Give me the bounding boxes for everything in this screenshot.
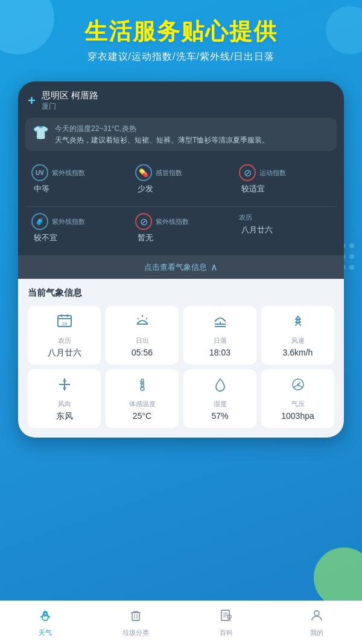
weather-nav-icon [38, 608, 52, 626]
weather-cell-feel-temp: 体感温度 25°C [106, 369, 179, 428]
clothing-suggestion: 👕 今天的温度22~31°C,炎热 天气炎热，建议着短衫、短裙、短裤、薄型T恤衫… [25, 118, 337, 151]
location-bar: + 思明区 柯厝路 厦门 [18, 81, 344, 118]
feel-temp-value: 25°C [133, 411, 151, 421]
pressure-value: 1003hpa [281, 411, 314, 421]
svg-text:18: 18 [62, 321, 67, 327]
nav-item-weather[interactable]: 天气 [0, 601, 91, 644]
uv2-label: 紫外线指数 [156, 217, 189, 226]
cold-label: 感冒指数 [156, 168, 182, 177]
garbage-nav-icon [129, 608, 143, 626]
sport-label: 运动指数 [259, 168, 286, 177]
humidity-value: 57% [211, 411, 228, 421]
humidity-icon [212, 377, 228, 396]
weather-cell-sunset: 日落 18:03 [183, 306, 256, 365]
weather-grid: 18 农历 八月廿六 日出 05:56 [28, 306, 334, 428]
chevron-up-icon: ∧ [211, 261, 218, 273]
uv2-value: 暂无 [135, 232, 153, 243]
weather-cell-humidity: 湿度 57% [183, 369, 256, 428]
lunar-cell-value: 八月廿六 [48, 348, 81, 359]
wind-speed-value: 3.6km/h [283, 348, 313, 357]
wash-label: 紫外线指数 [52, 217, 85, 226]
nav-item-garbage[interactable]: 垃圾分类 [91, 601, 181, 644]
weather-info-section: 当前气象信息 18 农历 八月廿六 [18, 279, 344, 438]
sport-value: 较适宜 [239, 183, 265, 194]
uv-value: 中等 [31, 183, 49, 194]
svg-line-7 [138, 318, 139, 319]
lunar-cell-label: 农历 [58, 336, 71, 345]
svg-line-8 [146, 318, 147, 319]
humidity-label: 湿度 [214, 400, 227, 409]
svg-point-34 [314, 611, 319, 616]
uv2-icon: ⊘ [135, 213, 152, 230]
wind-speed-label: 风速 [291, 336, 305, 345]
index-grid-row2: 🧳 紫外线指数 较不宜 ⊘ 紫外线指数 暂无 农历 八月廿六 [25, 207, 337, 248]
clothing-text: 今天的温度22~31°C,炎热 天气炎热，建议着短衫、短裙、短裤、薄型T恤衫等清… [55, 124, 269, 145]
index-cell-cold[interactable]: 💊 感冒指数 少发 [129, 158, 233, 199]
sunset-label: 日落 [214, 336, 227, 345]
calendar-icon: 18 [57, 313, 72, 333]
phone-card: + 思明区 柯厝路 厦门 👕 今天的温度22~31°C,炎热 天气炎热，建议着短… [18, 81, 344, 438]
index-grid-row1: UV 紫外线指数 中等 💊 感冒指数 少发 ⊘ 运动指数 较适宜 [25, 158, 337, 199]
garbage-nav-label: 垃圾分类 [122, 628, 149, 637]
wind-dir-label: 风向 [58, 400, 71, 409]
sport-icon: ⊘ [239, 164, 256, 181]
city-street: 思明区 柯厝路 [42, 90, 98, 101]
wind-dir-value: 东风 [56, 411, 73, 422]
weather-cell-lunar: 18 农历 八月廿六 [28, 306, 101, 365]
index-cell-uv2[interactable]: ⊘ 紫外线指数 暂无 [129, 207, 233, 248]
weather-cell-pressure: 气压 1003hpa [261, 369, 334, 428]
weather-cell-sunrise: 日出 05:56 [106, 306, 179, 365]
svg-marker-14 [63, 378, 66, 381]
section-title: 当前气象信息 [28, 287, 334, 299]
nav-item-encyclopedia[interactable]: 百科 [181, 601, 272, 644]
sunrise-label: 日出 [136, 336, 149, 345]
pressure-label: 气压 [291, 400, 305, 409]
sub-title: 穿衣建议/运动指数/洗车/紫外线/日出日落 [12, 51, 350, 63]
weather-nav-label: 天气 [39, 628, 52, 637]
wind-speed-icon [290, 313, 306, 333]
clothing-advice: 天气炎热，建议着短衫、短裙、短裤、薄型T恤衫等清凉夏季服装。 [55, 135, 269, 145]
view-more-row[interactable]: 点击查看气象信息 ∧ [18, 255, 344, 279]
location-info: 思明区 柯厝路 厦门 [42, 90, 98, 112]
clothing-icon: 👕 [33, 125, 49, 141]
index-cell-lunar[interactable]: 农历 八月廿六 [233, 207, 337, 248]
cold-value: 少发 [135, 183, 153, 194]
index-cell-uv[interactable]: UV 紫外线指数 中等 [25, 158, 129, 199]
lunar-value: 八月廿六 [239, 225, 273, 235]
city-name: 厦门 [42, 101, 98, 112]
mine-nav-icon [310, 608, 324, 626]
nav-item-mine[interactable]: 我的 [272, 601, 362, 644]
uv-label: 紫外线指数 [52, 168, 85, 177]
sunrise-value: 05:56 [132, 348, 153, 357]
header-area: 生活服务贴心提供 穿衣建议/运动指数/洗车/紫外线/日出日落 [0, 0, 362, 69]
encyclopedia-nav-icon [219, 608, 233, 626]
svg-marker-15 [63, 387, 66, 391]
svg-point-23 [297, 384, 299, 386]
lunar-label: 农历 [239, 213, 252, 222]
uv-icon: UV [31, 164, 48, 181]
index-cell-wash[interactable]: 🧳 紫外线指数 较不宜 [25, 207, 129, 248]
sunset-value: 18:03 [209, 348, 230, 357]
wind-dir-icon [57, 377, 72, 396]
thermometer-icon [135, 377, 150, 396]
svg-rect-25 [132, 613, 139, 620]
add-location-button[interactable]: + [28, 94, 36, 107]
weather-cell-wind-speed: 风速 3.6km/h [261, 306, 334, 365]
sunset-icon [212, 313, 228, 333]
bottom-nav: 天气 垃圾分类 百科 [0, 601, 362, 644]
wash-value: 较不宜 [31, 232, 57, 243]
encyclopedia-nav-label: 百科 [220, 628, 233, 637]
temp-line: 今天的温度22~31°C,炎热 [55, 124, 269, 134]
main-title: 生活服务贴心提供 [12, 18, 350, 46]
index-cell-sport[interactable]: ⊘ 运动指数 较适宜 [233, 158, 337, 199]
wash-icon: 🧳 [31, 213, 48, 230]
view-more-label: 点击查看气象信息 [144, 262, 207, 273]
mine-nav-label: 我的 [310, 628, 323, 637]
weather-cell-wind-dir: 风向 东风 [28, 369, 101, 428]
feel-temp-label: 体感温度 [129, 400, 156, 409]
sunrise-icon [135, 313, 150, 333]
cold-icon: 💊 [135, 164, 152, 181]
pressure-icon [290, 377, 306, 396]
